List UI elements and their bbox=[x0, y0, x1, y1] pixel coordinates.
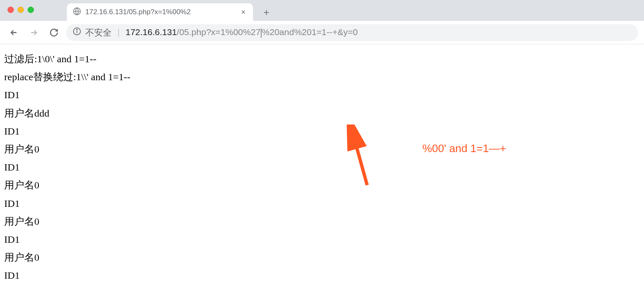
window-maximize-button[interactable] bbox=[28, 7, 34, 13]
back-button[interactable] bbox=[6, 25, 22, 41]
info-icon[interactable] bbox=[73, 27, 81, 38]
output-line: ID1 bbox=[4, 195, 640, 213]
window-close-button[interactable] bbox=[8, 7, 14, 13]
output-line: 用户名0 bbox=[4, 249, 640, 267]
page-body: 过滤后:1\0\' and 1=1-- replace替换绕过:1\\' and… bbox=[0, 44, 644, 290]
output-line: 用户名0 bbox=[4, 176, 640, 194]
annotation-text: %00' and 1=1—+ bbox=[422, 142, 506, 155]
output-line: ID1 bbox=[4, 86, 640, 104]
browser-tab-bar: 172.16.6.131/05.php?x=1%00%2 × bbox=[0, 0, 644, 21]
new-tab-button[interactable] bbox=[258, 4, 275, 21]
url-host: 172.16.6.131 bbox=[125, 27, 177, 37]
output-line: ID1 bbox=[4, 267, 640, 285]
address-separator: | bbox=[118, 28, 120, 37]
output-line: 用户名ddd bbox=[4, 104, 640, 122]
window-controls bbox=[8, 7, 34, 13]
output-line: 用户名0 bbox=[4, 140, 640, 158]
output-line: replace替换绕过:1\\' and 1=1-- bbox=[4, 68, 640, 86]
svg-point-3 bbox=[77, 29, 77, 30]
url-path: /05.php?x=1%00%27%20and%201=1--+&y=0 bbox=[177, 27, 358, 37]
output-line: ID1 bbox=[4, 122, 640, 140]
browser-toolbar: 不安全 | 172.16.6.131/05.php?x=1%00%27%20an… bbox=[0, 21, 644, 44]
window-minimize-button[interactable] bbox=[18, 7, 24, 13]
reload-button[interactable] bbox=[46, 25, 62, 41]
browser-tab-active[interactable]: 172.16.6.131/05.php?x=1%00%2 × bbox=[67, 3, 253, 21]
url-text: 172.16.6.131/05.php?x=1%00%27%20and%201=… bbox=[125, 27, 358, 37]
close-icon[interactable]: × bbox=[239, 8, 247, 17]
output-line: 过滤后:1\0\' and 1=1-- bbox=[4, 50, 640, 68]
output-line: 用户名0 bbox=[4, 213, 640, 231]
globe-icon bbox=[73, 7, 81, 18]
forward-button[interactable] bbox=[26, 25, 42, 41]
output-line: ID1 bbox=[4, 158, 640, 176]
text-caret bbox=[261, 28, 261, 38]
output-line: ID1 bbox=[4, 231, 640, 249]
insecure-label: 不安全 bbox=[85, 27, 112, 38]
tab-title: 172.16.6.131/05.php?x=1%00%2 bbox=[85, 8, 235, 16]
address-bar[interactable]: 不安全 | 172.16.6.131/05.php?x=1%00%27%20an… bbox=[66, 24, 638, 41]
